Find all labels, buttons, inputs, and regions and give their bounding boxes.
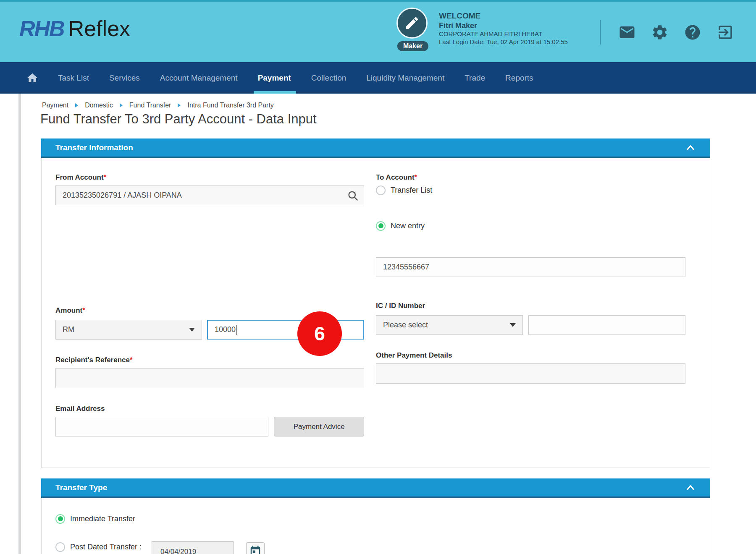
- email-address-input[interactable]: [55, 417, 268, 436]
- post-dated-date-input[interactable]: 04/04/2019: [152, 541, 234, 554]
- nav-items: Task List Services Account Management Pa…: [58, 62, 533, 94]
- nav-home[interactable]: [26, 62, 39, 94]
- transfer-list-radio[interactable]: Transfer List: [376, 185, 685, 196]
- amount-value: 10000: [215, 325, 236, 334]
- transfer-type-body: Immediate Transfer Post Dated Transfer :…: [41, 498, 710, 554]
- post-dated-date-value: 04/04/2019: [160, 548, 196, 554]
- breadcrumb-intra-fund-transfer[interactable]: Intra Fund Transfer 3rd Party: [187, 102, 273, 109]
- brand-logo: RHB Reflex: [19, 16, 130, 41]
- radio-unselected-icon: [376, 186, 386, 195]
- brand-rhb: RHB: [19, 16, 64, 41]
- to-account-number-value: 12345556667: [383, 263, 429, 272]
- breadcrumb-arrow-icon: [75, 103, 78, 107]
- from-account-label: From Account*: [55, 173, 364, 182]
- breadcrumb-arrow-icon: [120, 103, 123, 107]
- nav-item-liquidity-management[interactable]: Liquidity Management: [366, 62, 444, 94]
- nav-item-reports[interactable]: Reports: [505, 62, 533, 94]
- breadcrumb: Payment Domestic Fund Transfer Intra Fun…: [42, 102, 274, 109]
- user-info: WELCOME Fitri Maker CORPORATE AHMAD FITR…: [439, 11, 568, 46]
- avatar-circle: [396, 8, 428, 39]
- page: RHB Reflex Maker WELCOME Fitri Maker COR…: [0, 0, 756, 554]
- ic-id-type-value: Please select: [383, 321, 428, 329]
- from-account-value: 20135235026791 / AJASH OIPANA: [63, 191, 182, 200]
- transfer-information-body: From Account* 20135235026791 / AJASH OIP…: [41, 158, 710, 468]
- transfer-information-panel: Transfer Information From Account* 20135…: [41, 138, 710, 470]
- caret-down-icon: [510, 323, 516, 327]
- post-dated-transfer-row: Post Dated Transfer : 04/04/2019: [55, 541, 685, 554]
- left-edge-strip: [18, 94, 21, 554]
- currency-value: RM: [63, 325, 74, 334]
- header-divider: [600, 20, 601, 44]
- user-name: Fitri Maker: [439, 21, 568, 31]
- page-title: Fund Transfer To 3rd Party Account - Dat…: [40, 112, 317, 127]
- required-marker: *: [415, 173, 417, 181]
- nav-item-services[interactable]: Services: [109, 62, 140, 94]
- new-entry-radio[interactable]: New entry: [376, 220, 685, 231]
- transfer-list-label: Transfer List: [391, 186, 432, 195]
- nav-item-task-list[interactable]: Task List: [58, 62, 89, 94]
- transfer-information-title: Transfer Information: [55, 143, 133, 152]
- transfer-information-header[interactable]: Transfer Information: [41, 138, 710, 158]
- breadcrumb-arrow-icon: [178, 103, 181, 107]
- recipients-reference-label: Recipient's Reference*: [55, 356, 364, 364]
- user-company: CORPORATE AHMAD FITRI HEBAT: [439, 30, 568, 38]
- home-icon: [26, 72, 39, 84]
- currency-select[interactable]: RM: [55, 320, 202, 340]
- transfer-type-header[interactable]: Transfer Type: [41, 478, 710, 498]
- transfer-type-panel: Transfer Type Immediate Transfer Post Da…: [41, 478, 710, 554]
- top-header: RHB Reflex Maker WELCOME Fitri Maker COR…: [0, 0, 756, 62]
- post-dated-transfer-label: Post Dated Transfer :: [70, 543, 142, 551]
- logout-icon[interactable]: [717, 24, 734, 41]
- chevron-up-icon[interactable]: [685, 483, 696, 492]
- radio-unselected-icon[interactable]: [55, 542, 65, 552]
- ic-id-number-label: IC / ID Number: [376, 302, 685, 310]
- chevron-up-icon[interactable]: [685, 144, 696, 152]
- radio-selected-icon: [55, 514, 65, 524]
- nav-item-payment[interactable]: Payment: [258, 62, 291, 94]
- text-cursor: [236, 325, 237, 335]
- header-top-strip: [0, 0, 756, 2]
- user-avatar[interactable]: Maker: [396, 8, 429, 39]
- immediate-transfer-radio[interactable]: Immediate Transfer: [55, 513, 685, 524]
- role-badge: Maker: [397, 41, 428, 51]
- breadcrumb-fund-transfer[interactable]: Fund Transfer: [129, 102, 171, 109]
- immediate-transfer-label: Immediate Transfer: [70, 515, 135, 523]
- transfer-type-title: Transfer Type: [55, 483, 107, 492]
- welcome-text: WELCOME: [439, 11, 568, 21]
- other-payment-details-label: Other Payment Details: [376, 351, 685, 360]
- mail-icon[interactable]: [618, 24, 636, 41]
- ic-id-number-input[interactable]: [528, 315, 685, 335]
- to-account-number-input[interactable]: 12345556667: [376, 257, 685, 277]
- gear-icon[interactable]: [651, 24, 669, 41]
- header-icon-bar: [600, 20, 734, 44]
- payment-advice-button[interactable]: Payment Advice: [274, 417, 364, 436]
- email-address-label: Email Address: [55, 405, 364, 413]
- ic-id-type-select[interactable]: Please select: [376, 315, 523, 335]
- search-icon[interactable]: [347, 190, 359, 201]
- nav-item-trade[interactable]: Trade: [465, 62, 485, 94]
- breadcrumb-payment[interactable]: Payment: [42, 102, 68, 109]
- step-marker-badge: 6: [297, 311, 342, 356]
- to-account-label: To Account*: [376, 173, 685, 182]
- caret-down-icon: [189, 328, 195, 332]
- main-nav: Task List Services Account Management Pa…: [0, 62, 756, 94]
- required-marker: *: [130, 356, 133, 364]
- radio-selected-icon: [376, 221, 386, 231]
- recipients-reference-input[interactable]: [55, 368, 364, 388]
- last-login: Last Login Date: Tue, 02 Apr 2019 at 15:…: [439, 38, 568, 46]
- from-account-input[interactable]: 20135235026791 / AJASH OIPANA: [55, 186, 364, 205]
- other-payment-details-input[interactable]: [376, 363, 685, 384]
- required-marker: *: [82, 306, 85, 314]
- pencil-icon: [404, 15, 420, 31]
- help-icon[interactable]: [684, 24, 701, 41]
- nav-item-collection[interactable]: Collection: [311, 62, 346, 94]
- brand-reflex: Reflex: [68, 16, 130, 41]
- calendar-icon[interactable]: [246, 542, 265, 554]
- new-entry-label: New entry: [391, 222, 425, 230]
- nav-item-account-management[interactable]: Account Management: [160, 62, 238, 94]
- breadcrumb-domestic[interactable]: Domestic: [85, 102, 113, 109]
- required-marker: *: [104, 173, 107, 181]
